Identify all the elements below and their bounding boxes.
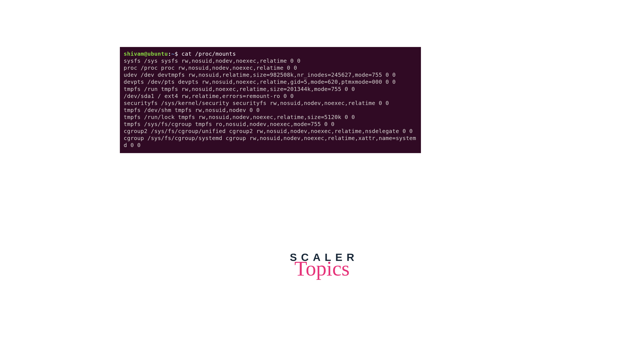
scaler-topics-logo: SCALER Topics: [286, 251, 358, 278]
terminal-output-line: cgroup /sys/fs/cgroup/systemd cgroup rw,…: [124, 135, 417, 149]
prompt-user: shivam: [124, 51, 144, 57]
logo-line2: Topics: [286, 259, 358, 278]
prompt-at: @: [144, 51, 148, 57]
terminal-output-line: /dev/sda1 / ext4 rw,relatime,errors=remo…: [124, 93, 417, 100]
command-text: cat /proc/mounts: [182, 51, 236, 57]
terminal-output-line: securityfs /sys/kernel/security security…: [124, 100, 417, 107]
prompt-path: ~: [171, 51, 174, 57]
terminal-output-line: cgroup2 /sys/fs/cgroup/unified cgroup2 r…: [124, 128, 417, 135]
terminal-window[interactable]: shivam@ubuntu:~$ cat /proc/mounts sysfs …: [120, 47, 421, 153]
prompt-line: shivam@ubuntu:~$ cat /proc/mounts: [124, 50, 417, 57]
terminal-output-line: tmpfs /run/lock tmpfs rw,nosuid,nodev,no…: [124, 114, 417, 121]
terminal-output-line: tmpfs /run tmpfs rw,nosuid,noexec,relati…: [124, 86, 417, 93]
terminal-output-line: devpts /dev/pts devpts rw,nosuid,noexec,…: [124, 79, 417, 86]
prompt-colon: :: [168, 51, 171, 57]
terminal-output-line: sysfs /sys sysfs rw,nosuid,nodev,noexec,…: [124, 57, 417, 64]
prompt-symbol: $: [174, 51, 178, 57]
prompt-host: ubuntu: [148, 51, 168, 57]
terminal-output-line: tmpfs /dev/shm tmpfs rw,nosuid,nodev 0 0: [124, 107, 417, 114]
terminal-output-line: tmpfs /sys/fs/cgroup tmpfs ro,nosuid,nod…: [124, 121, 417, 128]
terminal-output-line: udev /dev devtmpfs rw,nosuid,relatime,si…: [124, 72, 417, 79]
terminal-output-line: proc /proc proc rw,nosuid,nodev,noexec,r…: [124, 64, 417, 72]
